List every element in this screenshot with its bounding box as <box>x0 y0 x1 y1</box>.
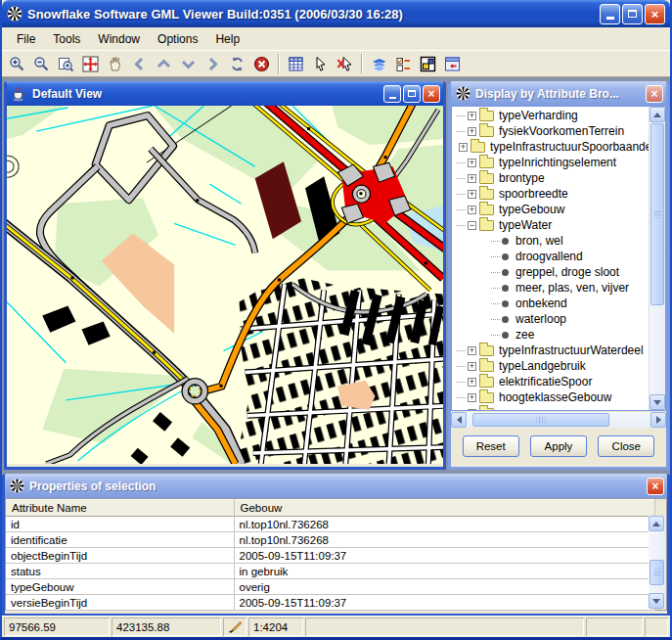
expander-icon[interactable]: + <box>468 362 476 371</box>
close-button[interactable]: Close <box>598 435 654 457</box>
zoom-out-button[interactable] <box>29 53 54 75</box>
tree-item[interactable]: meer, plas, ven, vijver <box>452 280 649 296</box>
stop-button[interactable] <box>249 53 274 75</box>
column-header-attribute-name[interactable]: Attribute Name <box>6 500 234 517</box>
map-maximize-button[interactable] <box>403 85 421 103</box>
scroll-down-button[interactable] <box>650 394 665 410</box>
tree-item[interactable]: onbekend <box>452 296 649 311</box>
properties-close-button[interactable]: × <box>647 478 664 495</box>
refresh-button[interactable] <box>225 53 249 75</box>
menu-help[interactable]: Help <box>206 29 248 49</box>
properties-vertical-scrollbar[interactable] <box>649 516 665 609</box>
expander-icon[interactable]: + <box>468 346 476 355</box>
tree-horizontal-scrollbar[interactable] <box>451 412 666 428</box>
tree-item[interactable]: zee <box>452 327 649 343</box>
overview-button[interactable] <box>416 53 440 75</box>
scroll-right-button[interactable] <box>650 412 666 428</box>
select-button[interactable] <box>308 53 333 75</box>
tree-item[interactable]: +typeVerharding <box>452 108 649 123</box>
pan-button[interactable] <box>103 53 127 75</box>
expander-icon[interactable]: + <box>468 159 476 167</box>
menu-tools[interactable]: Tools <box>44 29 89 49</box>
main-titlebar[interactable]: Snowflake Software GML Viewer Build:0351… <box>2 0 670 27</box>
table-row[interactable]: objectBeginTijd2005-09-15T11:09:37 <box>6 548 655 564</box>
scroll-thumb[interactable] <box>472 413 609 427</box>
tree-item[interactable]: +brontype <box>452 170 649 186</box>
tree-item[interactable]: +fysiekVoorkomenTerrein <box>452 123 649 139</box>
edit-scale-button[interactable] <box>223 617 246 636</box>
folder-icon <box>479 377 494 388</box>
tree-item[interactable]: +typeInfrastructuurWaterdeel <box>452 343 649 358</box>
tree-connector <box>457 115 466 116</box>
expander-icon[interactable]: + <box>468 112 476 120</box>
close-button[interactable]: × <box>645 4 665 24</box>
expander-icon[interactable]: − <box>468 221 476 230</box>
tree-item[interactable]: +typeLandgebruik <box>452 358 649 374</box>
map-canvas[interactable] <box>7 106 443 464</box>
attribute-browser-close-button[interactable]: × <box>646 85 663 103</box>
tree-connector <box>457 382 466 383</box>
tree-item[interactable]: +elektrificatieSpoor <box>452 374 649 389</box>
scroll-left-button[interactable] <box>451 412 467 428</box>
column-header-gebouw[interactable]: Gebouw <box>234 500 655 517</box>
tree-item[interactable]: droogvallend <box>452 249 649 264</box>
minimize-button[interactable] <box>600 4 620 24</box>
reset-button[interactable]: Reset <box>463 435 519 457</box>
tree-item[interactable]: +typeGebouw <box>452 202 649 217</box>
attribute-table-button[interactable] <box>284 53 308 75</box>
zoom-full-extent-button[interactable] <box>78 53 103 75</box>
new-window-button[interactable] <box>440 53 465 75</box>
scroll-up-button[interactable] <box>650 107 665 122</box>
scroll-thumb[interactable] <box>650 123 664 305</box>
scroll-down-button[interactable] <box>649 593 664 609</box>
legend-button[interactable] <box>391 53 416 75</box>
tree-item[interactable]: greppel, droge sloot <box>452 264 649 280</box>
attribute-browser-titlebar[interactable]: Display by Attribute Bro... × <box>451 81 666 106</box>
table-row[interactable]: identificatienl.top10nl.736268 <box>6 532 655 548</box>
expander-icon[interactable]: + <box>459 143 468 152</box>
pan-east-button[interactable] <box>201 53 225 75</box>
expander-icon[interactable]: + <box>468 174 476 183</box>
map-window-titlebar[interactable]: Default View × <box>7 81 443 106</box>
pan-west-button[interactable] <box>127 53 152 75</box>
tree-item[interactable]: +typeInrichtingselement <box>452 155 649 170</box>
tree-connector <box>457 366 466 367</box>
properties-titlebar[interactable]: Properties of selection × <box>5 474 667 498</box>
zoom-in-button[interactable] <box>5 53 29 75</box>
scroll-up-button[interactable] <box>649 516 664 531</box>
tree-item[interactable]: +hoogteklasseGebouw <box>452 389 649 405</box>
tree-item[interactable]: waterloop <box>452 311 649 327</box>
menu-options[interactable]: Options <box>149 29 206 49</box>
map-minimize-button[interactable] <box>383 85 401 103</box>
map-close-button[interactable]: × <box>423 85 440 103</box>
expander-icon[interactable]: + <box>468 190 476 199</box>
tree-item-label: waterloop <box>515 312 566 326</box>
expander-icon[interactable]: + <box>468 393 476 402</box>
pan-south-button[interactable] <box>176 53 201 75</box>
tree-item[interactable]: +spoorbreedte <box>452 186 649 202</box>
zoom-box-button[interactable] <box>54 53 78 75</box>
scroll-thumb[interactable] <box>650 560 664 585</box>
menu-file[interactable]: File <box>8 29 44 49</box>
tree-item[interactable]: + <box>452 405 649 410</box>
toolbar-separator <box>361 54 363 73</box>
table-row[interactable]: versieBeginTijd2005-09-15T11:09:37 <box>6 595 655 611</box>
table-row[interactable]: idnl.top10nl.736268 <box>6 517 655 532</box>
expander-icon[interactable]: + <box>468 378 476 387</box>
tree-item[interactable]: +typeInfrastructuurSpoorbaandee <box>452 139 649 155</box>
maximize-button[interactable] <box>622 4 643 24</box>
expander-icon[interactable]: + <box>468 206 476 214</box>
tree-vertical-scrollbar[interactable] <box>649 107 665 410</box>
tree-item[interactable]: −typeWater <box>452 217 649 233</box>
expander-icon[interactable]: + <box>468 127 476 136</box>
menu-window[interactable]: Window <box>89 29 149 49</box>
apply-button[interactable]: Apply <box>530 435 587 457</box>
tree-item[interactable]: bron, wel <box>452 233 649 249</box>
expander-icon[interactable]: + <box>468 409 476 411</box>
table-row[interactable]: statusin gebruik <box>6 564 655 579</box>
layers-button[interactable] <box>367 53 391 75</box>
clear-selection-button[interactable] <box>333 53 357 75</box>
folder-icon <box>479 173 494 184</box>
table-row[interactable]: typeGebouwoverig <box>6 579 655 595</box>
pan-north-button[interactable] <box>152 53 176 75</box>
